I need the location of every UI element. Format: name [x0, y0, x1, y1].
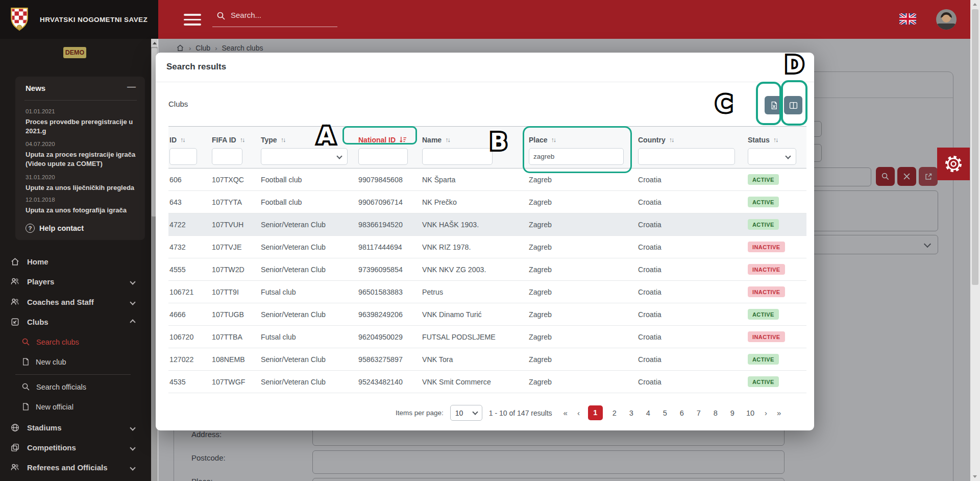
- page-button-5[interactable]: 5: [660, 409, 670, 417]
- cell-national-id: 95243482140: [358, 378, 422, 386]
- results-count: 1 - 10 of 147 results: [489, 409, 552, 417]
- sidebar-item-home[interactable]: Home: [10, 257, 141, 267]
- cell-id: 4535: [169, 378, 212, 386]
- cell-country: Croatia: [638, 333, 748, 341]
- table-row[interactable]: 106720107TTBAFutsal club96204950029FUTSA…: [168, 326, 806, 348]
- cell-id: 643: [169, 198, 212, 206]
- scroll-up-arrow[interactable]: [151, 39, 158, 47]
- status-badge: ACTIVE: [748, 219, 779, 230]
- clubs-icon: [10, 317, 20, 327]
- cell-type: Senior/Veteran Club: [261, 378, 358, 386]
- page-button-1[interactable]: 1: [588, 405, 603, 420]
- sidebar-item-players[interactable]: Players: [10, 277, 141, 286]
- cell-id: 606: [169, 176, 212, 184]
- cell-place: Zagreb: [529, 288, 638, 296]
- table-row[interactable]: 4732107TVJESenior/Veteran Club9811744469…: [168, 236, 806, 258]
- annotation-box-national-id: [342, 126, 417, 145]
- table-row[interactable]: 606107TXQCFootball club99079845608NK Špa…: [168, 169, 806, 191]
- cell-fifa-id: 107TW2D: [212, 266, 261, 274]
- cell-place: Zagreb: [529, 333, 638, 341]
- filter-national-id-input[interactable]: [358, 148, 408, 165]
- cell-national-id: 96204950029: [358, 333, 422, 341]
- cell-fifa-id: 107TXQC: [212, 176, 261, 184]
- table-row[interactable]: 643107TYTAFootball club99067096714NK Pre…: [168, 191, 806, 213]
- chevron-down-icon: [130, 465, 135, 470]
- news-link[interactable]: Proces provedbe preregistracije u 2021.g: [26, 117, 137, 136]
- sidebar-item-competitions[interactable]: Competitions: [10, 443, 141, 452]
- demo-badge: DEMO: [63, 47, 86, 58]
- user-avatar[interactable]: [936, 9, 957, 30]
- filter-type-select[interactable]: [261, 148, 348, 165]
- cell-type: Football club: [261, 198, 358, 206]
- cell-national-id: 98366194520: [358, 221, 422, 229]
- page-button-3[interactable]: 3: [626, 409, 636, 417]
- search-underline: [212, 27, 337, 27]
- divider: [156, 82, 814, 82]
- cell-place: Zagreb: [529, 266, 638, 274]
- sidebar-item-stadiums[interactable]: Stadiums: [10, 423, 141, 432]
- cell-id: 106721: [169, 288, 212, 296]
- filter-fifa-id-input[interactable]: [212, 148, 242, 165]
- prev-page-button[interactable]: ‹: [576, 408, 581, 417]
- column-header-id[interactable]: ID↑↓: [169, 136, 185, 144]
- sidebar-item-clubs[interactable]: Clubs: [10, 317, 141, 327]
- column-header-status[interactable]: Status↑↓: [748, 136, 777, 144]
- sidebar-item-coaches-and-staff[interactable]: Coaches and Staff: [10, 297, 141, 307]
- sidebar-item-new-club[interactable]: New club: [21, 357, 134, 366]
- news-date: 04.07.2020: [26, 141, 55, 147]
- news-link[interactable]: Uputa za proces registracije igrača (Vid…: [26, 150, 137, 169]
- collapse-icon[interactable]: —: [127, 82, 136, 92]
- sidebar-item-new-official[interactable]: New official: [21, 402, 134, 411]
- cell-place: Zagreb: [529, 243, 638, 251]
- settings-gear-tab[interactable]: [937, 148, 970, 180]
- news-link[interactable]: Uputa za unos fotografija igrača: [26, 206, 137, 215]
- pagination: Items per page: 10 1 - 10 of 147 results…: [396, 405, 782, 421]
- filter-status-select[interactable]: [748, 148, 796, 165]
- first-page-button[interactable]: «: [562, 408, 569, 417]
- page-button-9[interactable]: 9: [727, 409, 738, 417]
- cell-national-id: 98117444694: [358, 243, 422, 251]
- page-button-10[interactable]: 10: [744, 409, 756, 417]
- page-button-4[interactable]: 4: [643, 409, 653, 417]
- cell-national-id: 99079845608: [358, 176, 422, 184]
- menu-button[interactable]: [184, 14, 201, 26]
- column-header-type[interactable]: Type↑↓: [261, 136, 285, 144]
- page-button-2[interactable]: 2: [609, 409, 620, 417]
- cell-national-id: 96398249206: [358, 310, 422, 319]
- page-button-6[interactable]: 6: [677, 409, 687, 417]
- language-flag-uk[interactable]: [899, 13, 916, 25]
- chevron-down-icon: [130, 425, 135, 430]
- news-title: News: [26, 84, 45, 92]
- search-icon: [216, 11, 226, 20]
- items-per-page-select[interactable]: 10: [450, 405, 482, 421]
- sidebar-item-search-officials[interactable]: Search officials: [21, 382, 134, 391]
- filter-country-input[interactable]: [638, 148, 735, 165]
- table-row[interactable]: 127022108NEMBSenior/Veteran Club95863275…: [168, 348, 806, 371]
- chevron-up-icon: [130, 319, 135, 325]
- page-button-7[interactable]: 7: [694, 409, 704, 417]
- help-contact-link[interactable]: ? Help contact: [26, 224, 84, 233]
- annotation-box-place: [523, 126, 632, 173]
- filter-id-input[interactable]: [169, 148, 197, 165]
- sidebar-item-search-clubs[interactable]: Search clubs: [21, 338, 134, 346]
- gear-icon: [942, 153, 965, 175]
- column-header-fifa-id[interactable]: FIFA ID↑↓: [212, 136, 244, 144]
- news-link[interactable]: Upute za unos liječničkih pregleda: [26, 183, 137, 193]
- table-row[interactable]: 4535107TWGFSenior/Veteran Club9524348214…: [168, 371, 806, 393]
- next-page-button[interactable]: ›: [763, 408, 769, 417]
- status-badge: INACTIVE: [748, 331, 785, 342]
- column-header-country[interactable]: Country↑↓: [638, 136, 673, 144]
- filter-name-input[interactable]: [422, 148, 493, 165]
- global-search-input[interactable]: [231, 11, 333, 19]
- table-row[interactable]: 4722107TVUHSenior/Veteran Club9836619452…: [168, 213, 806, 236]
- sidebar-item-referees-and-officials[interactable]: Referees and Officials: [10, 463, 141, 472]
- scrollbar-thumb[interactable]: [972, 9, 978, 285]
- table-row[interactable]: 106721107TT9IFutsal club96501583883Petru…: [168, 281, 806, 303]
- column-header-name[interactable]: Name↑↓: [422, 136, 450, 144]
- page-scrollbar[interactable]: [970, 0, 980, 481]
- cell-fifa-id: 107TTBA: [212, 333, 261, 341]
- table-row[interactable]: 4666107TUGBSenior/Veteran Club9639824920…: [168, 303, 806, 326]
- table-row[interactable]: 4555107TW2DSenior/Veteran Club9739609585…: [168, 258, 806, 281]
- page-button-8[interactable]: 8: [710, 409, 721, 417]
- last-page-button[interactable]: »: [775, 408, 782, 417]
